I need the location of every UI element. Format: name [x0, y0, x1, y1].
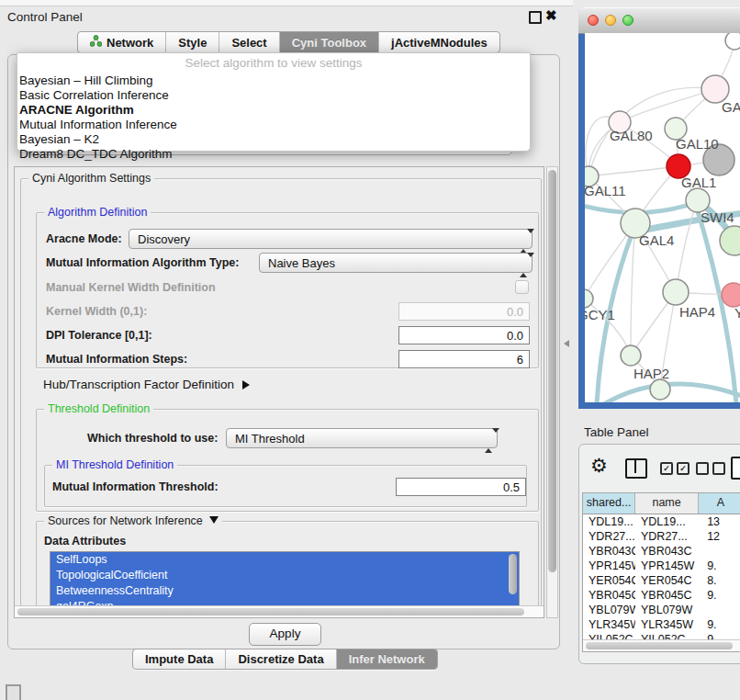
table-row[interactable]: YBL079WYBL079W [583, 603, 740, 617]
resize-handle-icon[interactable] [564, 340, 569, 347]
aracne-mode-label: Aracne Mode: [46, 232, 122, 245]
collapse-down-arrow-icon [209, 516, 219, 524]
mi-steps-field[interactable]: 6 [398, 350, 530, 368]
attribute-item-selfloops[interactable]: SelfLoops [50, 552, 519, 568]
network-node-swi4[interactable] [720, 226, 740, 255]
attribute-item-topologicalcoefficient[interactable]: TopologicalCoefficient [50, 568, 519, 583]
tab-cyni-toolbox[interactable]: Cyni Toolbox [279, 32, 378, 52]
column-header-name[interactable]: name [635, 493, 699, 514]
table-row[interactable]: YLR345WYLR345W9. [583, 617, 740, 632]
tab-style[interactable]: Style [165, 32, 219, 52]
network-edge [631, 223, 635, 356]
checkbox-unchecked-icon[interactable] [712, 462, 725, 475]
node-label: GCY1 [585, 307, 615, 322]
table-cell: YBR043C [635, 544, 698, 559]
checkbox-unchecked-icon[interactable] [696, 462, 709, 475]
network-edge [604, 384, 740, 402]
table-rows: YDL19...YDL19...13YDR27...YDR27...12YBR0… [583, 514, 740, 647]
tab-label: Select [231, 36, 266, 50]
apply-button[interactable]: Apply [249, 623, 321, 646]
network-node-hap4[interactable] [663, 279, 689, 305]
aracne-mode-select[interactable]: Discovery [129, 229, 533, 249]
table-cell: YPR145W [635, 559, 698, 573]
network-node[interactable] [650, 379, 670, 400]
page-icon[interactable] [731, 457, 740, 480]
algorithm-definition-group: Algorithm Definition Aracne Mode: Discov… [36, 212, 539, 368]
mi-algorithm-type-select[interactable]: Naive Bayes [259, 253, 533, 273]
close-traffic-light-icon[interactable] [588, 15, 599, 26]
tab-select[interactable]: Select [219, 32, 278, 52]
network-node-y[interactable] [722, 283, 740, 307]
tab-infer-network[interactable]: Infer Network [336, 649, 437, 669]
kernel-width-field[interactable]: 0.0 [398, 302, 530, 321]
hub-definition-expander[interactable]: Hub/Transcription Factor Definition [43, 378, 250, 391]
table-cell: 9. [698, 588, 740, 603]
table-toolbar: ⚙ ✓ ✓ [579, 452, 740, 489]
cyni-algorithm-settings-title: Cyni Algorithm Settings [28, 172, 154, 185]
tab-network[interactable]: Network [78, 32, 165, 52]
app-window: Control Panel ✖ NetworkStyleSelectCyni T… [0, 0, 740, 700]
table-row[interactable]: YBR043CYBR043C [583, 544, 740, 559]
settings-horizontal-scrollbar[interactable] [15, 605, 544, 617]
table-row[interactable]: YPR145WYPR145W9. [583, 559, 740, 573]
table-cell: YDL19... [583, 514, 635, 529]
expand-right-arrow-icon [242, 380, 250, 390]
table-panel-body: ⚙ ✓ ✓ shared...nameA YDL19...YDL19...13Y… [578, 444, 740, 664]
network-icon [90, 35, 102, 50]
checkbox-checked-icon[interactable]: ✓ [677, 462, 690, 475]
tab-discretize-data[interactable]: Discretize Data [225, 649, 335, 669]
column-split-icon[interactable] [625, 458, 647, 479]
table-cell [698, 544, 740, 559]
table-row[interactable]: YBR045CYBR045C9. [583, 588, 740, 603]
manual-kernel-width-checkbox[interactable] [515, 280, 529, 294]
minimized-panel-icon[interactable] [6, 684, 21, 700]
column-header-shared[interactable]: shared... [583, 493, 635, 514]
algorithm-option-mutual-information-inference[interactable]: Mutual Information Inference [17, 118, 530, 132]
table-cell: 9. [698, 559, 740, 573]
settings-vertical-scrollbar[interactable] [546, 166, 558, 618]
algorithm-dropdown-popup: Select algorithm to view settings Bayesi… [17, 52, 531, 152]
sources-group-title[interactable]: Sources for Network Inference [44, 514, 222, 527]
table-cell: 12 [698, 529, 740, 544]
node-label: Y [734, 305, 740, 321]
tab-impute-data[interactable]: Impute Data [133, 649, 225, 669]
table-horizontal-scrollbar[interactable] [583, 639, 740, 651]
minimize-traffic-light-icon[interactable] [605, 15, 616, 26]
network-canvas[interactable]: GALGAL80GAL10GAL1GAL11GAL4SWI4GCY1HAP4YH… [585, 33, 740, 402]
network-window-titlebar[interactable] [578, 7, 740, 34]
checkbox-checked-icon[interactable]: ✓ [660, 462, 673, 475]
bottom-tab-bar: Impute DataDiscretize DataInfer Network [132, 649, 438, 670]
which-threshold-select[interactable]: MI Threshold [226, 428, 498, 448]
list-scrollbar[interactable] [509, 554, 517, 594]
column-header-a[interactable]: A [699, 493, 740, 514]
table-row[interactable]: YDL19...YDL19...13 [583, 514, 740, 529]
tab-label: jActiveMNodules [391, 36, 488, 50]
attribute-item-betweennesscentrality[interactable]: BetweennessCentrality [50, 583, 519, 599]
table-cell: 13 [698, 514, 740, 529]
gear-icon[interactable]: ⚙ [590, 455, 608, 477]
table-row[interactable]: YER054CYER054C8. [583, 573, 740, 588]
table-cell: YDR27... [583, 529, 635, 544]
algorithm-option-bayesian-k2[interactable]: Bayesian – K2 [17, 132, 530, 147]
tab-label: Style [178, 36, 207, 50]
table-cell [698, 603, 740, 617]
network-node-hap2[interactable] [621, 345, 641, 366]
tab-jactivemnodules[interactable]: jActiveMNodules [378, 32, 499, 52]
node-label: GAL4 [639, 232, 674, 248]
close-icon[interactable]: ✖ [545, 7, 557, 24]
table-cell: YBR045C [635, 588, 698, 603]
algorithm-option-aracne-algorithm[interactable]: ARACNE Algorithm [17, 103, 530, 118]
network-node[interactable] [725, 33, 740, 50]
algorithm-option-basic-correlation-inference[interactable]: Basic Correlation Inference [17, 88, 530, 103]
table-row[interactable]: YDR27...YDR27...12 [583, 529, 740, 544]
control-panel-title: Control Panel [7, 10, 83, 24]
zoom-traffic-light-icon[interactable] [622, 15, 633, 26]
algorithm-option-dream8-dc-tdc-algorithm[interactable]: Dream8 DC_TDC Algorithm [17, 147, 530, 162]
algorithm-option-bayesian-hill-climbing[interactable]: Bayesian – Hill Climbing [17, 73, 530, 88]
table-cell: YBL079W [635, 603, 698, 617]
float-panel-icon[interactable] [529, 11, 542, 24]
dpi-tolerance-field[interactable]: 0.0 [398, 326, 530, 344]
table-cell: YLR345W [583, 617, 635, 632]
mi-threshold-field[interactable]: 0.5 [396, 478, 526, 496]
mi-threshold-label: Mutual Information Threshold: [52, 480, 219, 493]
